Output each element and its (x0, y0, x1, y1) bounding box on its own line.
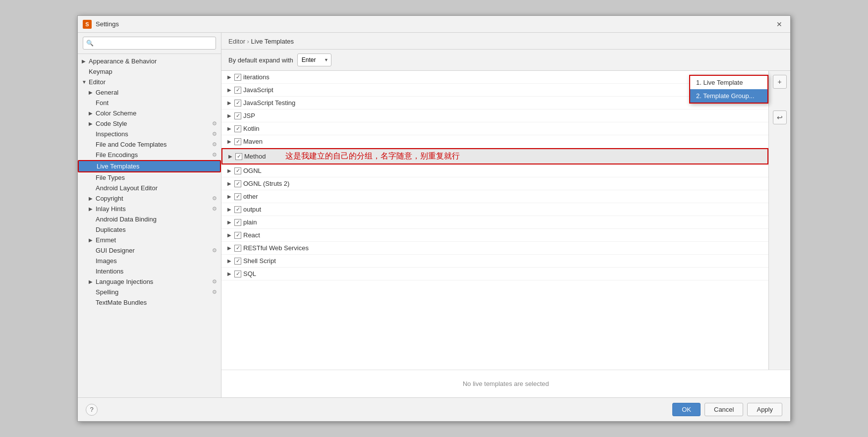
template-row-other[interactable]: ▶✓other (221, 190, 768, 203)
template-row-kotlin[interactable]: ▶✓Kotlin (221, 122, 768, 135)
react-label: React (243, 231, 260, 239)
copyright-label: Copyright (96, 195, 212, 202)
javascript-label: JavaScript (243, 86, 273, 94)
sidebar-item-duplicates[interactable]: Duplicates (78, 224, 221, 235)
kotlin-checkbox[interactable]: ✓ (234, 125, 241, 132)
shell-script-expand-icon: ▶ (227, 258, 234, 264)
jsp-label: JSP (243, 112, 255, 119)
iterations-label: iterations (243, 73, 270, 81)
sidebar-item-copyright[interactable]: ▶Copyright⚙ (78, 193, 221, 204)
breadcrumb-separator: › (247, 38, 249, 45)
sidebar-item-inspections[interactable]: Inspections⚙ (78, 129, 221, 139)
template-row-shell-script[interactable]: ▶✓Shell Script (221, 255, 768, 268)
sidebar-item-images[interactable]: Images (78, 256, 221, 266)
help-button[interactable]: ? (86, 404, 98, 416)
plain-checkbox[interactable]: ✓ (234, 219, 241, 226)
file-types-label: File Types (96, 174, 217, 181)
sidebar-item-emmet[interactable]: ▶Emmet (78, 235, 221, 245)
maven-checkbox[interactable]: ✓ (234, 138, 241, 145)
sidebar-item-intentions[interactable]: Intentions (78, 266, 221, 276)
method-checkbox[interactable]: ✓ (235, 153, 242, 160)
apply-button[interactable]: Apply (747, 403, 782, 416)
template-row-javascript-testing[interactable]: ▶✓JavaScript Testing (221, 97, 768, 109)
template-row-method[interactable]: ▶✓Method这是我建立的自己的分组，名字随意，别重复就行 (221, 148, 768, 164)
sidebar-item-android-layout-editor[interactable]: Android Layout Editor (78, 183, 221, 193)
template-row-jsp[interactable]: ▶✓JSP (221, 109, 768, 122)
font-label: Font (96, 99, 217, 107)
template-row-react[interactable]: ▶✓React (221, 229, 768, 242)
other-checkbox[interactable]: ✓ (234, 193, 241, 200)
sidebar-item-general[interactable]: ▶General (78, 87, 221, 98)
sidebar-item-file-code-templates[interactable]: File and Code Templates⚙ (78, 139, 221, 150)
sidebar-item-spelling[interactable]: Spelling⚙ (78, 287, 221, 297)
template-row-ognl[interactable]: ▶✓OGNL (221, 164, 768, 177)
template-row-iterations[interactable]: ▶✓iterations (221, 71, 768, 84)
javascript-expand-icon: ▶ (227, 87, 234, 93)
template-row-sql[interactable]: ▶✓SQL (221, 268, 768, 280)
iterations-checkbox[interactable]: ✓ (234, 74, 241, 81)
method-expand-icon: ▶ (228, 154, 235, 159)
breadcrumb: Editor › Live Templates (228, 38, 294, 45)
textmate-bundles-label: TextMate Bundles (96, 299, 217, 306)
sidebar-item-editor[interactable]: ▼Editor (78, 77, 221, 87)
javascript-testing-expand-icon: ▶ (227, 100, 234, 106)
android-data-binding-label: Android Data Binding (96, 216, 217, 223)
sidebar-item-keymap[interactable]: Keymap (78, 66, 221, 77)
sidebar-item-font[interactable]: Font (78, 98, 221, 108)
javascript-checkbox[interactable]: ✓ (234, 87, 241, 94)
editor-arrow-icon: ▼ (82, 79, 89, 85)
popup-item-live-template[interactable]: 1. Live Template (690, 76, 767, 89)
shell-script-label: Shell Script (243, 257, 276, 265)
output-checkbox[interactable]: ✓ (234, 206, 241, 213)
ok-button[interactable]: OK (672, 403, 701, 416)
live-templates-label: Live Templates (97, 163, 216, 170)
search-box (78, 33, 221, 54)
sidebar-item-textmate-bundles[interactable]: TextMate Bundles (78, 297, 221, 308)
ognl-checkbox[interactable]: ✓ (234, 167, 241, 174)
javascript-testing-checkbox[interactable]: ✓ (234, 100, 241, 107)
footer: ? OK Cancel Apply (78, 397, 790, 421)
sidebar-item-inlay-hints[interactable]: ▶Inlay Hints⚙ (78, 204, 221, 214)
sidebar-item-live-templates[interactable]: Live Templates (78, 160, 221, 172)
sidebar-item-language-injections[interactable]: ▶Language Injections⚙ (78, 276, 221, 287)
maven-expand-icon: ▶ (227, 139, 234, 144)
add-button[interactable]: + (773, 75, 787, 89)
undo-button[interactable]: ↩ (773, 110, 787, 124)
expand-dropdown[interactable]: Enter Tab Space (297, 54, 331, 66)
popup-item-template-group[interactable]: 2. Template Group... (690, 89, 767, 103)
template-row-maven[interactable]: ▶✓Maven (221, 135, 768, 148)
sidebar-item-gui-designer[interactable]: GUI Designer⚙ (78, 245, 221, 256)
sidebar-item-file-types[interactable]: File Types (78, 172, 221, 183)
panel-header: Editor › Live Templates (221, 33, 790, 50)
ognl-struts2-checkbox[interactable]: ✓ (234, 180, 241, 187)
sql-checkbox[interactable]: ✓ (234, 271, 241, 277)
sidebar-item-android-data-binding[interactable]: Android Data Binding (78, 214, 221, 224)
sidebar-item-appearance[interactable]: ▶Appearance & Behavior (78, 56, 221, 66)
template-row-ognl-struts2[interactable]: ▶✓OGNL (Struts 2) (221, 177, 768, 190)
restful-web-services-checkbox[interactable]: ✓ (234, 245, 241, 252)
sidebar-item-code-style[interactable]: ▶Code Style⚙ (78, 118, 221, 129)
color-scheme-arrow-icon: ▶ (89, 110, 96, 116)
title-bar-left: S Settings (83, 20, 119, 29)
template-row-restful-web-services[interactable]: ▶✓RESTful Web Services (221, 242, 768, 255)
close-button[interactable]: ✕ (773, 18, 785, 30)
sidebar-item-file-encodings[interactable]: File Encodings⚙ (78, 150, 221, 160)
search-input[interactable] (83, 37, 216, 50)
output-expand-icon: ▶ (227, 207, 234, 212)
gui-designer-gear-icon: ⚙ (212, 247, 217, 254)
file-encodings-label: File Encodings (96, 151, 212, 159)
keymap-label: Keymap (89, 68, 217, 75)
template-row-output[interactable]: ▶✓output (221, 203, 768, 216)
template-row-plain[interactable]: ▶✓plain (221, 216, 768, 229)
emmet-label: Emmet (96, 236, 217, 244)
popup-menu: 1. Live Template2. Template Group... (689, 75, 768, 104)
android-layout-editor-label: Android Layout Editor (96, 184, 217, 192)
shell-script-checkbox[interactable]: ✓ (234, 258, 241, 265)
jsp-checkbox[interactable]: ✓ (234, 112, 241, 119)
react-checkbox[interactable]: ✓ (234, 232, 241, 239)
copyright-gear-icon: ⚙ (212, 195, 217, 202)
sidebar-item-color-scheme[interactable]: ▶Color Scheme (78, 108, 221, 118)
file-encodings-gear-icon: ⚙ (212, 152, 217, 158)
template-row-javascript[interactable]: ▶✓JavaScript (221, 84, 768, 97)
cancel-button[interactable]: Cancel (705, 403, 743, 416)
